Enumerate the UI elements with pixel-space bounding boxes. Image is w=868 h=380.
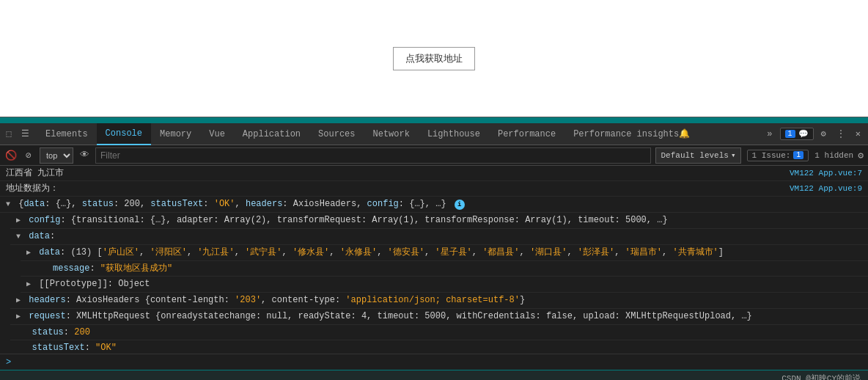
inspect-icon[interactable]: ⬚: [3, 128, 15, 139]
expand-arrow-root[interactable]: ▼: [6, 200, 10, 208]
console-prompt: >: [0, 354, 868, 370]
tab-performance[interactable]: Performance: [489, 123, 564, 145]
tab-memory[interactable]: Memory: [151, 123, 200, 145]
expand-arrow-config[interactable]: ▶: [16, 216, 21, 224]
tab-application[interactable]: Application: [234, 123, 309, 145]
console-settings-icon[interactable]: ⚙: [858, 150, 864, 161]
tab-lighthouse[interactable]: Lighthouse: [419, 123, 489, 145]
expand-arrow-array[interactable]: ▶: [26, 249, 31, 257]
get-address-button[interactable]: 点我获取地址: [393, 47, 475, 70]
console-line-data-expand: ▼ data:: [10, 229, 868, 245]
tab-console[interactable]: Console: [97, 123, 151, 145]
close-devtools-icon[interactable]: ✕: [851, 127, 865, 141]
console-line-location: 江西省 九江市 VM122 App.vue:7: [0, 166, 868, 181]
default-levels-select[interactable]: Default levels ▾: [655, 147, 740, 164]
page-area: 点我获取地址: [0, 0, 868, 117]
devtools-tab-bar: ⬚ ☰ Elements Console Memory Vue Applicat…: [0, 123, 868, 145]
data-array-row[interactable]: ▶ data: (13) ['庐山区', '浔阳区', '九江县', '武宁县'…: [26, 246, 862, 260]
location-text-2: 地址数据为：: [6, 182, 784, 195]
issue-label: 💬: [798, 129, 809, 139]
console-toolbar: 🚫 ⊘ top 👁 Default levels ▾ 1 Issue: 1 1 …: [0, 145, 868, 166]
headers-row[interactable]: ▶ headers: AxiosHeaders {content-length:…: [16, 293, 862, 307]
tab-performance-insights[interactable]: Performance insights 🔔: [564, 123, 699, 145]
source-link-2[interactable]: VM122 App.vue:9: [790, 182, 862, 195]
device-icon[interactable]: ☰: [19, 128, 31, 139]
info-icon[interactable]: i: [455, 200, 465, 210]
prompt-symbol: >: [6, 357, 11, 368]
config-row[interactable]: ▶ config: {transitional: {…}, adapter: A…: [16, 213, 862, 227]
settings-icon[interactable]: ⚙: [817, 127, 831, 141]
source-link-1[interactable]: VM122 App.vue:7: [790, 167, 862, 180]
more-options-icon[interactable]: ⋮: [832, 127, 850, 141]
console-line-request: ▶ request: XMLHttpRequest {onreadystatec…: [10, 309, 868, 325]
expand-arrow-request[interactable]: ▶: [16, 313, 21, 321]
tab-vue[interactable]: Vue: [200, 123, 234, 145]
console-line-headers: ▶ headers: AxiosHeaders {content-length:…: [10, 293, 868, 309]
object-root[interactable]: ▼ {data: {…}, status: 200, statusText: '…: [6, 197, 862, 211]
expand-arrow-proto1[interactable]: ▶: [26, 280, 31, 288]
proto1-row[interactable]: ▶ [[Prototype]]: Object: [26, 277, 862, 291]
devtools-panel: ⬚ ☰ Elements Console Memory Vue Applicat…: [0, 123, 868, 380]
data-expand-row[interactable]: ▼ data:: [16, 230, 862, 244]
console-line-config: ▶ config: {transitional: {…}, adapter: A…: [10, 213, 868, 229]
tab-elements[interactable]: Elements: [37, 123, 97, 145]
filter-input[interactable]: [95, 147, 651, 164]
console-line-label: 地址数据为： VM122 App.vue:9: [0, 181, 868, 197]
message-row: message: "获取地区县成功": [26, 262, 862, 275]
issue-badge[interactable]: 1 💬: [780, 128, 814, 140]
hidden-count: 1 hidden: [814, 151, 853, 160]
console-line-status: status: 200: [10, 325, 868, 340]
console-output: 江西省 九江市 VM122 App.vue:7 地址数据为： VM122 App…: [0, 166, 868, 354]
expand-arrow-data[interactable]: ▼: [16, 233, 21, 241]
bottom-bar: CSDN @初映CY的前说: [0, 370, 868, 380]
console-line-data-array: ▶ data: (13) ['庐山区', '浔阳区', '九江县', '武宁县'…: [21, 245, 868, 261]
chevron-down-icon: ▾: [731, 150, 736, 160]
statustext-row: statusText: "OK": [16, 341, 862, 354]
request-row[interactable]: ▶ request: XMLHttpRequest {onreadystatec…: [16, 310, 862, 324]
console-line-statustext: statusText: "OK": [10, 340, 868, 354]
console-line-message: message: "获取地区县成功": [21, 261, 868, 277]
more-tabs-icon[interactable]: »: [762, 128, 776, 141]
location-text-1: 江西省 九江市: [6, 167, 784, 180]
tab-sources[interactable]: Sources: [309, 123, 364, 145]
tab-bar-right: » 1 💬 ⚙ ⋮ ✕: [762, 127, 865, 141]
devtools-icons: ⬚ ☰: [3, 128, 31, 139]
watermark: CSDN @初映CY的前说: [781, 373, 861, 380]
clear-console-icon[interactable]: 🚫: [4, 150, 18, 161]
level-select[interactable]: top: [40, 147, 73, 164]
issue-count-badge[interactable]: 1 Issue: 1: [747, 150, 809, 161]
console-line-proto1: ▶ [[Prototype]]: Object: [21, 277, 868, 293]
console-line-object: ▼ {data: {…}, status: 200, statusText: '…: [0, 197, 868, 213]
status-row: status: 200: [16, 326, 862, 339]
tab-network[interactable]: Network: [364, 123, 419, 145]
issue-count: 1: [785, 130, 795, 138]
expand-arrow-headers[interactable]: ▶: [16, 296, 21, 304]
issue-text: 1 Issue:: [752, 151, 791, 160]
eye-icon[interactable]: 👁: [78, 150, 91, 161]
filter-icon[interactable]: ⊘: [22, 150, 35, 161]
issue-num: 1: [793, 151, 803, 159]
